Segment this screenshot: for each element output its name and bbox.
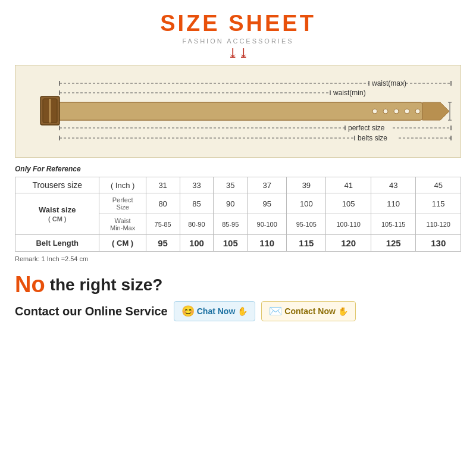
minmax-85-95: 85-95 xyxy=(214,214,248,235)
svg-point-8 xyxy=(415,109,420,114)
contact-label: Contact our Online Service xyxy=(15,305,168,318)
waist-label: Waist size( CM ) xyxy=(15,193,99,235)
contact-btn-label: Contact Now xyxy=(284,306,336,316)
svg-point-7 xyxy=(405,109,409,114)
no-line: No the right size? xyxy=(15,272,162,298)
contact-line: Contact our Online Service 😊 Chat Now ✋ … xyxy=(15,301,356,321)
minmax-80-90: 80-90 xyxy=(180,214,214,235)
perfect-115: 115 xyxy=(416,193,461,214)
belt-120: 120 xyxy=(326,235,371,252)
reference-note: Only For Reference xyxy=(15,165,461,173)
table-header-row: Trousers size ( Inch ) 31 33 35 37 39 41… xyxy=(15,177,461,193)
perfect-size-row: Waist size( CM ) PerfectSize 80 85 90 95… xyxy=(15,193,461,214)
minmax-label: WaistMin-Max xyxy=(99,214,146,235)
svg-point-5 xyxy=(383,109,388,114)
size-37: 37 xyxy=(248,177,287,193)
page-subtitle: FASHION ACCESSORIES xyxy=(182,37,293,45)
minmax-105-115: 105-115 xyxy=(371,214,416,235)
email-icon: ✉️ xyxy=(269,305,282,318)
perfect-100: 100 xyxy=(287,193,326,214)
perfect-80: 80 xyxy=(146,193,180,214)
svg-text:perfect size: perfect size xyxy=(348,124,385,132)
svg-marker-9 xyxy=(422,102,449,120)
no-section: No the right size? Contact our Online Se… xyxy=(15,272,461,321)
belt-130: 130 xyxy=(416,235,461,252)
belt-label: Belt Length xyxy=(15,235,99,252)
belt-length-row: Belt Length ( CM ) 95 100 105 110 115 12… xyxy=(15,235,461,252)
belt-unit: ( CM ) xyxy=(99,235,146,252)
trousers-header: Trousers size xyxy=(15,177,99,193)
size-31: 31 xyxy=(146,177,180,193)
svg-text:belts size: belts size xyxy=(358,134,387,142)
perfect-105: 105 xyxy=(326,193,371,214)
belt-105: 105 xyxy=(214,235,248,252)
right-size-text: the right size? xyxy=(50,275,163,295)
chevron-icon: ⤓⤓ xyxy=(227,47,249,60)
size-45: 45 xyxy=(416,177,461,193)
page-title: SIZE SHEET xyxy=(160,11,316,36)
perfect-90: 90 xyxy=(214,193,248,214)
size-table: Trousers size ( Inch ) 31 33 35 37 39 41… xyxy=(15,177,461,252)
belt-115: 115 xyxy=(287,235,326,252)
minmax-75-85: 75-85 xyxy=(146,214,180,235)
belt-125: 125 xyxy=(371,235,416,252)
belt-110: 110 xyxy=(248,235,287,252)
perfect-85: 85 xyxy=(180,193,214,214)
hand2-icon: ✋ xyxy=(338,306,348,316)
belt-95: 95 xyxy=(146,235,180,252)
hand-icon: ✋ xyxy=(237,306,248,316)
perfect-95: 95 xyxy=(248,193,287,214)
minmax-95-105: 95-105 xyxy=(287,214,326,235)
svg-point-4 xyxy=(372,109,377,114)
svg-text:waist(max): waist(max) xyxy=(371,79,406,87)
inch-header: ( Inch ) xyxy=(99,177,146,193)
svg-text:width: width xyxy=(452,107,452,114)
size-39: 39 xyxy=(287,177,326,193)
no-text: No xyxy=(15,272,45,298)
svg-text:waist(min): waist(min) xyxy=(333,89,366,97)
minmax-100-110: 100-110 xyxy=(326,214,371,235)
minmax-110-120: 110-120 xyxy=(416,214,461,235)
perfect-label: PerfectSize xyxy=(99,193,146,214)
svg-point-6 xyxy=(394,109,399,114)
chat-btn-label: Chat Now xyxy=(197,306,236,316)
minmax-90-100: 90-100 xyxy=(248,214,287,235)
size-43: 43 xyxy=(371,177,416,193)
size-33: 33 xyxy=(180,177,214,193)
svg-rect-0 xyxy=(48,102,422,120)
remark-text: Remark: 1 Inch =2.54 cm xyxy=(15,255,461,262)
perfect-110: 110 xyxy=(371,193,416,214)
chat-now-button[interactable]: 😊 Chat Now ✋ xyxy=(174,301,256,321)
belt-100: 100 xyxy=(180,235,214,252)
contact-now-button[interactable]: ✉️ Contact Now ✋ xyxy=(261,301,356,321)
belt-diagram: waist(max) waist(min) perfect size belts… xyxy=(15,65,461,158)
chat-icon: 😊 xyxy=(181,305,195,318)
size-41: 41 xyxy=(326,177,371,193)
size-35: 35 xyxy=(214,177,248,193)
